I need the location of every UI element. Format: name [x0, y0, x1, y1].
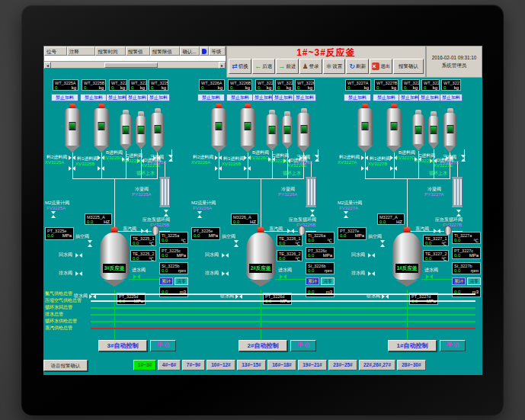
- auto-control-button[interactable]: 1#自动控制: [388, 340, 437, 351]
- toolbar-button-settings[interactable]: ✱设置: [323, 59, 346, 74]
- alarm-hscrollbar[interactable]: ◄ ►: [44, 61, 226, 68]
- feed-tank[interactable]: [357, 104, 373, 152]
- manual-button[interactable]: 手动: [440, 340, 466, 351]
- steam-valve[interactable]: [434, 229, 440, 234]
- feed-tank[interactable]: [151, 108, 164, 152]
- inlet-water-valve[interactable]: [133, 274, 140, 280]
- feed-tank[interactable]: [297, 108, 310, 152]
- feed-tank[interactable]: [120, 110, 132, 151]
- voice-alarm-ack-button[interactable]: 语音报警确认: [43, 360, 88, 371]
- feed-tank[interactable]: [428, 111, 439, 149]
- reactor-vessel[interactable]: 3#反应釜: [100, 227, 129, 291]
- three-way-valve[interactable]: [314, 155, 319, 162]
- flowmeter-valve[interactable]: [50, 211, 56, 218]
- temperature-indicator: TE_3227_20.0℃: [423, 250, 449, 261]
- manual-button[interactable]: 手动: [150, 340, 176, 351]
- spray-valve[interactable]: [235, 294, 242, 300]
- totalizer-accumulate-button[interactable]: 累计: [159, 277, 173, 285]
- manual-button[interactable]: 手动: [290, 340, 316, 351]
- scroll-thumb[interactable]: [104, 63, 158, 68]
- feed-valve[interactable]: [361, 155, 368, 161]
- page-nav-button[interactable]: 22#,26#,27#: [359, 360, 395, 370]
- reactor-vessel[interactable]: 2#反应釜: [246, 227, 275, 291]
- flowmeter-valve[interactable]: [197, 211, 202, 218]
- page-nav-button[interactable]: 1#~3#: [133, 360, 156, 370]
- totalizer-clear-button[interactable]: 清零: [467, 277, 481, 285]
- steam-valve[interactable]: [287, 229, 294, 234]
- emergency-circulation-valve[interactable]: [456, 210, 461, 216]
- auto-control-button[interactable]: 3#自动控制: [98, 340, 147, 351]
- inlet-water-valve[interactable]: [426, 274, 433, 280]
- vacuum-valve[interactable]: [233, 240, 238, 247]
- return-water-valve[interactable]: [75, 253, 82, 258]
- toolbar-button-forward[interactable]: →前进: [276, 59, 299, 74]
- feed-tank[interactable]: [94, 104, 109, 152]
- feed-tank-cone: [65, 146, 80, 152]
- page-nav-button[interactable]: 23#~25#: [328, 360, 357, 370]
- feed-tank[interactable]: [282, 111, 293, 149]
- return-water-valve[interactable]: [222, 253, 229, 258]
- tank-level-display: [138, 126, 145, 134]
- feed-valve[interactable]: [390, 166, 397, 172]
- feed-tank[interactable]: [211, 104, 226, 152]
- vacuum-valve[interactable]: [379, 240, 385, 247]
- inlet-water-valve[interactable]: [280, 274, 287, 280]
- page-nav-button[interactable]: 7#~9#: [182, 360, 205, 370]
- feed-tank[interactable]: [412, 110, 424, 151]
- emergency-circulation-valve[interactable]: [309, 210, 315, 216]
- speed-indicator-tag: SI_3226b: [306, 263, 334, 268]
- toolbar-button-switch[interactable]: ⇄切换: [229, 59, 251, 74]
- feed-valve[interactable]: [361, 166, 368, 172]
- auto-control-button[interactable]: 2#自动控制: [238, 340, 287, 351]
- totalizer-accumulate-button[interactable]: 累计: [306, 277, 319, 285]
- spray-valve[interactable]: [382, 294, 389, 300]
- drain-valve[interactable]: [75, 271, 82, 277]
- page-nav-button[interactable]: 4#~6#: [158, 360, 181, 370]
- speed-indicator-value: 0.0: [162, 268, 168, 273]
- feed-valve[interactable]: [215, 155, 222, 161]
- spray-valve[interactable]: [89, 294, 96, 300]
- feed-tank[interactable]: [266, 110, 278, 151]
- totalizer-clear-button[interactable]: 清零: [174, 277, 188, 285]
- drain-valve[interactable]: [368, 271, 375, 277]
- feed-tank[interactable]: [443, 108, 456, 152]
- toolbar-button-login[interactable]: ♟登录: [299, 59, 322, 74]
- feed-valve[interactable]: [98, 166, 104, 172]
- vacuum-valve[interactable]: [87, 240, 92, 247]
- feed-valve[interactable]: [69, 166, 75, 172]
- flowmeter-valve[interactable]: [343, 211, 348, 218]
- reactor-vessel[interactable]: 1#反应釜: [392, 227, 421, 291]
- feed-tank[interactable]: [136, 111, 146, 149]
- page-nav-button[interactable]: 28#~30#: [397, 360, 426, 370]
- three-way-valve[interactable]: [460, 155, 466, 162]
- tank-level-display: [245, 122, 251, 130]
- feed-tank[interactable]: [240, 104, 255, 152]
- totalizer-clear-button[interactable]: 清零: [321, 277, 335, 285]
- return-water-valve[interactable]: [368, 253, 375, 258]
- page-nav-button[interactable]: 10#~12#: [206, 360, 235, 370]
- feed-valve[interactable]: [215, 166, 222, 172]
- page-nav-button[interactable]: 19#~21#: [298, 360, 327, 370]
- feed-valve[interactable]: [69, 155, 75, 161]
- toolbar-button-refresh[interactable]: ↻刷新: [346, 59, 369, 74]
- page-nav-button[interactable]: 13#~15#: [237, 360, 266, 370]
- scroll-right-arrow-icon[interactable]: ►: [219, 62, 226, 69]
- toolbar-button-back[interactable]: ←后退: [252, 59, 275, 74]
- weight-indicator-row: 0kg: [256, 85, 273, 90]
- scroll-left-arrow-icon[interactable]: ◄: [44, 62, 51, 69]
- drain-valve[interactable]: [222, 271, 229, 277]
- feed-tank[interactable]: [386, 104, 402, 152]
- feed-tank[interactable]: [65, 104, 80, 152]
- totalizer-accumulate-button[interactable]: 累计: [452, 277, 466, 285]
- emergency-circulation-valve[interactable]: [163, 210, 168, 216]
- toolbar-button-exit[interactable]: ×退出: [370, 59, 392, 74]
- main-pipe-label: 循环水供给总管: [45, 318, 77, 325]
- tank-level-display: [391, 122, 398, 130]
- weight-indicator-value: 0: [111, 85, 114, 90]
- three-way-valve[interactable]: [168, 155, 173, 162]
- steam-valve[interactable]: [141, 229, 148, 234]
- page-nav-button[interactable]: 16#~18#: [267, 360, 296, 370]
- vacuum-valve-label: 抽空阀: [75, 233, 89, 240]
- toolbar-button-alarm-ack[interactable]: 报警确认: [393, 59, 424, 74]
- feed-valve[interactable]: [244, 166, 251, 172]
